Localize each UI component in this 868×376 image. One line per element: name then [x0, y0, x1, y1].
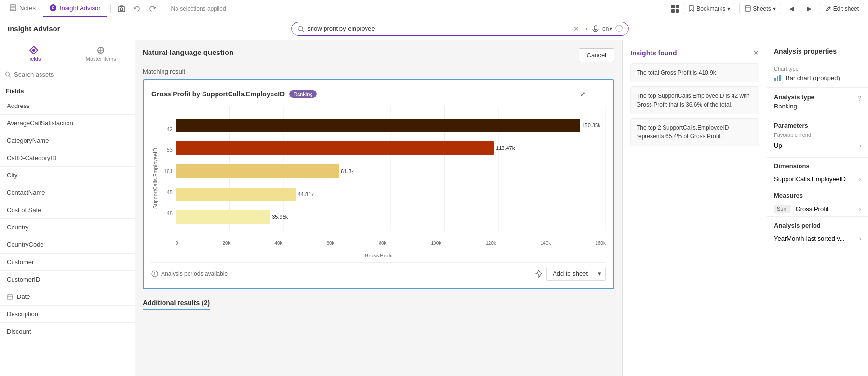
measure-sum-badge: Sum [774, 205, 791, 213]
svg-point-16 [32, 49, 35, 52]
svg-rect-13 [594, 26, 597, 30]
notes-tab[interactable]: Notes [4, 0, 41, 17]
analysis-period-row[interactable]: YearMonth-last sorted v... › [767, 231, 868, 246]
nav-forward-btn[interactable]: ▶ [802, 2, 816, 15]
field-item-discount[interactable]: Discount [0, 323, 135, 340]
field-item-customerid[interactable]: CustomerID [0, 271, 135, 288]
field-item-catname[interactable]: CategoryName [0, 132, 135, 149]
sheets-btn[interactable]: Sheets ▾ [739, 3, 781, 14]
no-selections: No selections applied [171, 5, 226, 12]
center-panel: Natural language question Cancel Matchin… [135, 40, 622, 376]
analysis-panel: Analysis properties Chart type Bar chart… [767, 40, 868, 376]
measures-section-header: Measures [767, 187, 868, 201]
field-item-contact[interactable]: ContactName [0, 184, 135, 201]
field-label: Discount [7, 328, 31, 335]
insight-tab[interactable]: Insight Advisor [43, 0, 107, 17]
dimensions-label: Dimensions [774, 162, 810, 170]
tab-master-items[interactable]: Master items [68, 40, 135, 67]
search-clear-btn[interactable]: ✕ [573, 25, 579, 33]
search-assets-box [0, 67, 135, 82]
edit-icon [825, 5, 831, 12]
info-icon[interactable]: ⓘ [615, 24, 623, 33]
bar-45 [176, 188, 296, 201]
field-label: Customer [7, 258, 34, 266]
analysis-panel-title: Analysis properties [767, 40, 868, 60]
field-item-description[interactable]: Description [0, 306, 135, 323]
undo-btn[interactable] [130, 2, 144, 15]
grid-view-icon[interactable] [671, 5, 679, 13]
insights-close-btn[interactable]: ✕ [753, 48, 759, 57]
svg-point-6 [52, 7, 54, 9]
favorable-trend-label: Favorable trend [774, 132, 861, 138]
bar-value-42: 150.35k [582, 122, 600, 128]
field-item-costofsale[interactable]: Cost of Sale [0, 201, 135, 219]
y-label-45: 45 [167, 189, 173, 195]
notes-label: Notes [19, 4, 36, 12]
more-options-btn[interactable]: ⋯ [593, 88, 606, 100]
field-item-catid[interactable]: CatID-CategoryID [0, 149, 135, 167]
y-label-48: 48 [167, 210, 173, 216]
add-to-sheet-btn[interactable]: Add to sheet ▾ [546, 267, 606, 281]
insight-item-2: The top SupportCalls.EmployeeID is 42 wi… [630, 86, 759, 114]
field-label: Country [7, 224, 29, 231]
field-item-country[interactable]: Country [0, 219, 135, 236]
main-layout: Fields Master items Fields Address Avera… [0, 40, 868, 376]
parameters-section: Parameters Favorable trend Up › [767, 116, 868, 158]
field-label: AverageCallSatisfaction [7, 120, 73, 127]
bookmarks-btn[interactable]: Bookmarks ▾ [683, 3, 735, 14]
expand-btn[interactable]: ⤢ [577, 88, 589, 100]
pin-icon[interactable] [535, 270, 542, 278]
field-label: CustomerID [7, 276, 40, 283]
field-item-customer[interactable]: Customer [0, 254, 135, 271]
analysis-type-help-icon[interactable]: ? [857, 94, 861, 102]
field-label: ContactName [7, 189, 45, 196]
analysis-type-section: Analysis type ? Ranking [767, 88, 868, 116]
add-to-sheet-dropdown[interactable]: ▾ [594, 267, 605, 280]
field-label: City [7, 172, 17, 179]
notes-icon [10, 4, 16, 11]
chart-card-header: Gross Profit by SupportCalls.EmployeeID … [151, 88, 606, 100]
camera-btn[interactable] [115, 2, 128, 15]
microphone-icon[interactable] [592, 25, 599, 33]
search-assets-input[interactable] [14, 71, 130, 78]
nav-back-btn[interactable]: ◀ [785, 2, 799, 15]
bars-area: 150.35k 118.47k 61.3k [176, 111, 606, 231]
language-selector[interactable]: en ▾ [602, 26, 612, 32]
field-label: CountryCode [7, 241, 44, 248]
svg-point-20 [6, 72, 10, 76]
top-nav: Notes Insight Advisor No selections appl… [0, 0, 868, 17]
field-list: Address AverageCallSatisfaction Category… [0, 97, 135, 376]
tab-fields[interactable]: Fields [0, 40, 68, 67]
field-label: CategoryName [7, 137, 49, 144]
field-item-address[interactable]: Address [0, 97, 135, 115]
svg-rect-39 [777, 76, 778, 81]
edit-sheet-btn[interactable]: Edit sheet [820, 3, 864, 14]
svg-line-21 [9, 76, 11, 78]
analysis-type-value: Ranking [774, 103, 797, 110]
svg-point-37 [154, 272, 155, 273]
field-item-countrycode[interactable]: CountryCode [0, 236, 135, 254]
insight-bar: Insight Advisor ✕ → en ▾ ⓘ [0, 17, 868, 40]
insight-icon [49, 4, 57, 12]
y-label-161: 161 [164, 168, 173, 174]
field-item-city[interactable]: City [0, 167, 135, 184]
search-submit-btn[interactable]: → [582, 25, 589, 33]
search-icon [298, 26, 304, 32]
chart-title: Gross Profit by SupportCalls.EmployeeID [151, 90, 285, 98]
dimension-row[interactable]: SupportCalls.EmployeeID › [767, 172, 868, 187]
bar-value-48: 35.95k [272, 214, 288, 220]
cancel-button[interactable]: Cancel [579, 48, 614, 62]
field-item-date[interactable]: Date [0, 288, 135, 306]
master-items-tab-label: Master items [86, 56, 116, 62]
insights-header: Insights found ✕ [630, 48, 759, 57]
measure-row[interactable]: Sum Gross Profit › [767, 201, 868, 217]
x-axis-labels: 0 20k 40k 60k 80k 100k 120k 140k 160k [176, 241, 606, 246]
field-item-avgcall[interactable]: AverageCallSatisfaction [0, 115, 135, 132]
svg-rect-40 [779, 75, 781, 81]
redo-btn[interactable] [146, 2, 159, 15]
search-input[interactable] [307, 25, 570, 32]
favorable-trend-row[interactable]: Up › [774, 140, 861, 151]
bar-chart-icon [774, 74, 782, 81]
bar-row-161: 61.3k [176, 162, 606, 180]
left-panel: Fields Master items Fields Address Avera… [0, 40, 135, 376]
